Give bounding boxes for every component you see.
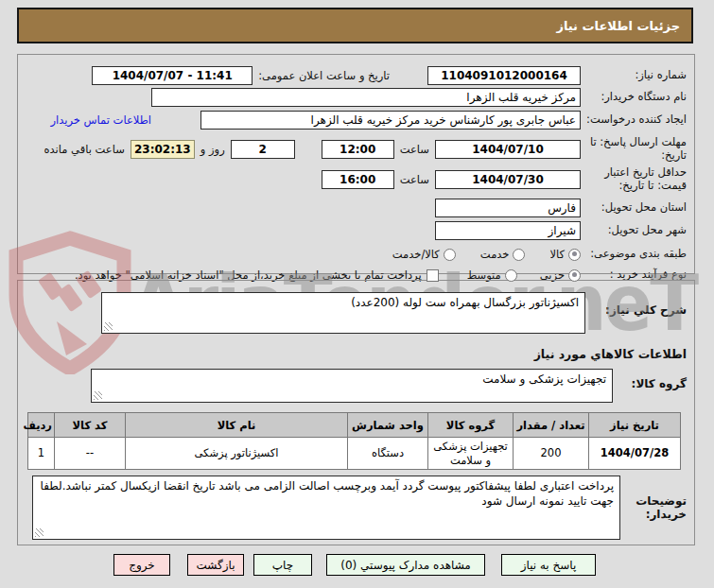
request-creator-label: ایجاد کننده درخواست:: [581, 113, 687, 127]
row-goods-group: گروه کالا: تجهیزات پزشکی و سلامت: [18, 369, 694, 403]
buyer-contact-link[interactable]: اطلاعات تماس خریدار: [50, 113, 151, 127]
city-field[interactable]: شیراز: [435, 221, 581, 240]
price-validity-hour-label: ساعت: [400, 173, 429, 186]
resize-grip-icon[interactable]: [35, 528, 44, 537]
cell-quantity: 200: [514, 438, 589, 470]
page-title: جزئیات اطلاعات نیاز: [556, 19, 680, 33]
reply-deadline-hour-label: ساعت: [400, 143, 429, 156]
cell-goods-name: اکسیژناتور پزشکی: [126, 438, 348, 470]
need-description-textarea[interactable]: اکسیژناتور بزرگسال بهمراه ست لوله (200عد…: [101, 292, 585, 334]
view-attached-docs-button[interactable]: مشاهده مدارک پیوستي (0): [326, 554, 485, 576]
window-title-bar: جزئیات اطلاعات نیاز: [17, 8, 693, 43]
price-validity-label: حداقل تاریخ اعتبار قیمت: تا تاریخ:: [581, 166, 687, 193]
exit-button[interactable]: خروج: [113, 554, 170, 576]
goods-table: تاریخ نیاز تعداد / مقدار گروه کالا واحد …: [27, 412, 681, 470]
reply-deadline-label: مهلت ارسال پاسخ: تا تاریخ:: [581, 136, 687, 163]
radio-service[interactable]: [513, 249, 525, 261]
col-goods-group: گروه کالا: [428, 413, 514, 438]
countdown-timer: 23:02:13: [131, 140, 195, 159]
buyer-org-field[interactable]: مرکز خیریه قلب الزهرا: [151, 88, 581, 107]
row-price-validity: حداقل تاریخ اعتبار قیمت: تا تاریخ: 1404/…: [18, 166, 694, 193]
resize-grip-icon[interactable]: [104, 322, 113, 331]
announce-datetime-label: تاریخ و ساعت اعلان عمومی:: [258, 69, 390, 82]
goods-group-value: تجهیزات پزشکی و سلامت: [482, 372, 606, 386]
province-field[interactable]: فارس: [435, 199, 581, 217]
cell-need-date: 1404/07/28: [589, 438, 681, 470]
back-button[interactable]: بازگشت: [187, 554, 244, 576]
cell-goods-code: --: [55, 438, 126, 470]
cell-row-number: 1: [28, 438, 55, 470]
price-validity-time-field[interactable]: 16:00: [322, 170, 394, 189]
radio-medium[interactable]: [505, 269, 517, 282]
col-quantity: تعداد / مقدار: [514, 413, 589, 438]
goods-section-title: اطلاعات کالاهاي مورد نیاز: [18, 347, 694, 361]
request-creator-field[interactable]: عباس جابری پور کارشناس خرید مرکز خیریه ق…: [200, 111, 581, 130]
radio-goods-service[interactable]: [444, 249, 456, 261]
row-buyer-notes: توضیحات خریدار: پرداخت اعتباری لطفا پیشف…: [18, 476, 694, 540]
col-goods-code: کد کالا: [55, 413, 126, 438]
need-number-field[interactable]: 1104091012000164: [427, 66, 581, 85]
days-remaining-field[interactable]: 2: [231, 140, 295, 159]
countdown-label: ساعت باقي مانده: [44, 143, 125, 156]
print-button[interactable]: چاپ: [253, 554, 312, 576]
col-unit: واحد شمارش: [348, 413, 428, 438]
col-row-number: ردیف: [28, 413, 55, 438]
col-need-date: تاریخ نیاز: [589, 413, 681, 438]
cell-goods-group: تجهیزات پزشکی و سلامت: [428, 438, 514, 470]
goods-group-label: گروه کالا:: [613, 369, 687, 390]
row-need-number: شماره نیاز: 1104091012000164 تاریخ و ساع…: [18, 66, 694, 85]
reply-deadline-date-field[interactable]: 1404/07/10: [435, 140, 581, 159]
reply-to-need-button[interactable]: پاسخ به نیاز: [501, 554, 596, 576]
row-request-creator: ایجاد کننده درخواست: عباس جابری پور کارش…: [18, 111, 694, 130]
goods-table-row: 1404/07/28 200 تجهیزات پزشکی و سلامت دست…: [28, 438, 681, 470]
goods-group-textarea[interactable]: تجهیزات پزشکی و سلامت: [91, 369, 613, 403]
buyer-notes-label: توضیحات خریدار:: [620, 494, 687, 522]
city-label: شهر محل تحویل:: [581, 224, 687, 237]
row-province: استان محل تحویل: فارس: [18, 199, 694, 217]
resize-grip-icon[interactable]: [94, 391, 102, 400]
price-validity-date-field[interactable]: 1404/07/30: [435, 170, 581, 189]
announce-datetime-field[interactable]: 1404/07/07 - 11:41: [92, 66, 253, 85]
radio-goods[interactable]: [568, 249, 581, 261]
col-goods-name: نام کالا: [126, 413, 348, 438]
treasury-payment-checkbox[interactable]: [427, 269, 439, 282]
row-buyer-org: نام دستگاه خریدار: مرکز خیریه قلب الزهرا: [18, 88, 694, 107]
goods-table-header-row: تاریخ نیاز تعداد / مقدار گروه کالا واحد …: [28, 413, 681, 438]
buyer-notes-value: پرداخت اعتباری لطفا پیشفاکتور پیوست گردد…: [40, 479, 614, 508]
reply-deadline-time-field[interactable]: 12:00: [322, 140, 394, 159]
row-reply-deadline: مهلت ارسال پاسخ: تا تاریخ: 1404/07/10 سا…: [18, 136, 694, 163]
need-details-window: AriaTender.neT جزئیات اطلاعات نیاز شماره…: [0, 0, 714, 588]
province-label: استان محل تحویل:: [581, 201, 687, 215]
cell-unit: دستگاه: [348, 438, 428, 470]
need-description-value: اکسیژناتور بزرگسال بهمراه ست لوله (200عد…: [351, 296, 579, 309]
buyer-org-label: نام دستگاه خریدار:: [581, 91, 687, 104]
need-number-label: شماره نیاز:: [581, 69, 687, 82]
buyer-notes-textarea[interactable]: پرداخت اعتباری لطفا پیشفاکتور پیوست گردد…: [32, 476, 620, 540]
days-remaining-label: روز و: [200, 143, 225, 156]
radio-minor[interactable]: [568, 269, 581, 282]
